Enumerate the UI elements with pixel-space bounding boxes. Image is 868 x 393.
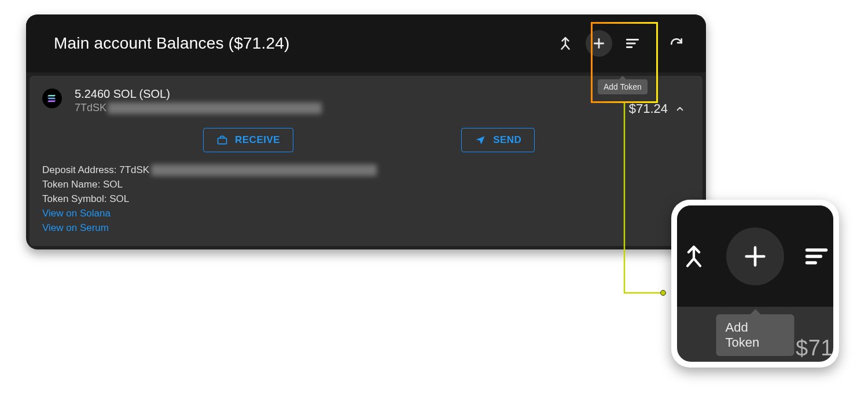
view-serum-link[interactable]: View on Serum	[42, 222, 109, 234]
receive-button[interactable]: RECEIVE	[203, 128, 293, 152]
send-button[interactable]: SEND	[461, 128, 535, 152]
solana-icon	[42, 89, 62, 108]
token-actions: RECEIVE SEND	[30, 128, 703, 152]
deposit-address-label: Deposit Address: 7TdSK	[42, 164, 149, 176]
balances-card: Main account Balances ($71.24)	[26, 14, 706, 249]
zoom-sort-button[interactable]	[800, 240, 833, 273]
briefcase-icon	[216, 134, 228, 146]
svg-rect-0	[218, 138, 227, 144]
redacted-deposit-address	[151, 164, 377, 176]
redacted-address	[108, 102, 322, 114]
token-details: Deposit Address: 7TdSK Token Name: SOL T…	[30, 152, 703, 234]
zoom-add-token-tooltip: Add Token	[716, 314, 795, 356]
deposit-address-line: Deposit Address: 7TdSK	[42, 164, 690, 176]
zoom-usd-partial: $71	[796, 336, 833, 361]
merge-button[interactable]	[552, 30, 579, 57]
token-row[interactable]: 5.2460 SOL (SOL) 7TdSK $71.24	[30, 76, 703, 124]
plus-icon	[742, 243, 768, 270]
token-address-short: 7TdSK	[75, 102, 616, 114]
zoom-add-token-button[interactable]	[726, 227, 784, 285]
token-balance: 5.2460 SOL (SOL)	[75, 87, 616, 101]
svg-point-1	[661, 291, 666, 296]
merge-icon	[558, 36, 573, 51]
zoom-inner: Add Token $71	[677, 205, 833, 362]
token-row-right: $71.24	[629, 101, 685, 116]
sort-icon	[804, 244, 829, 269]
page-title: Main account Balances ($71.24)	[54, 34, 545, 53]
zoom-header	[677, 205, 833, 307]
refresh-icon	[669, 36, 684, 51]
token-name-line: Token Name: SOL	[42, 179, 690, 190]
address-prefix: 7TdSK	[75, 102, 106, 114]
sort-button[interactable]	[619, 30, 646, 57]
send-label: SEND	[493, 134, 521, 146]
merge-icon	[681, 244, 707, 269]
add-token-button[interactable]	[586, 30, 612, 57]
chevron-up-icon[interactable]	[675, 104, 685, 114]
view-solana-link[interactable]: View on Solana	[42, 208, 111, 219]
send-icon	[475, 134, 486, 146]
receive-label: RECEIVE	[235, 134, 280, 146]
card-header: Main account Balances ($71.24)	[26, 14, 706, 72]
zoom-callout: Add Token $71	[671, 200, 839, 368]
card-body: 5.2460 SOL (SOL) 7TdSK $71.24 RECEIVE SE…	[30, 76, 703, 246]
token-symbol-line: Token Symbol: SOL	[42, 193, 690, 205]
token-usd-value: $71.24	[629, 101, 668, 116]
refresh-button[interactable]	[663, 30, 690, 57]
sort-icon	[625, 36, 640, 51]
plus-icon	[591, 36, 606, 51]
token-row-info: 5.2460 SOL (SOL) 7TdSK	[75, 87, 616, 114]
zoom-merge-button[interactable]	[678, 240, 710, 273]
